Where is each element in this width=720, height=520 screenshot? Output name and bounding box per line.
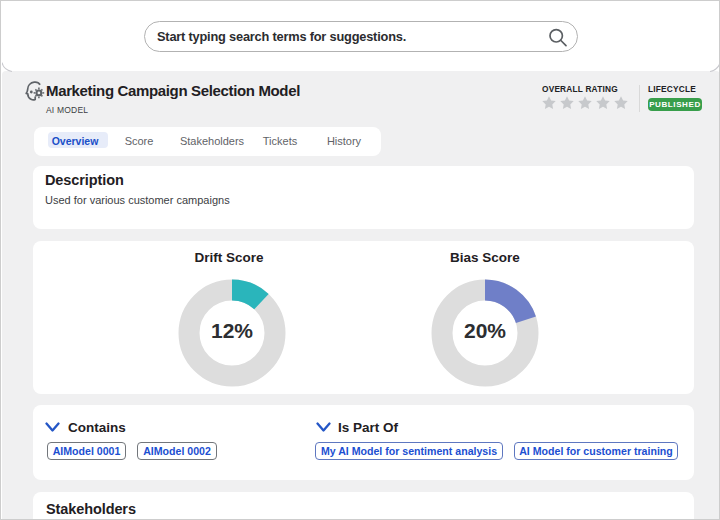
svg-text:20%: 20% xyxy=(464,319,506,342)
svg-text:12%: 12% xyxy=(211,319,253,342)
